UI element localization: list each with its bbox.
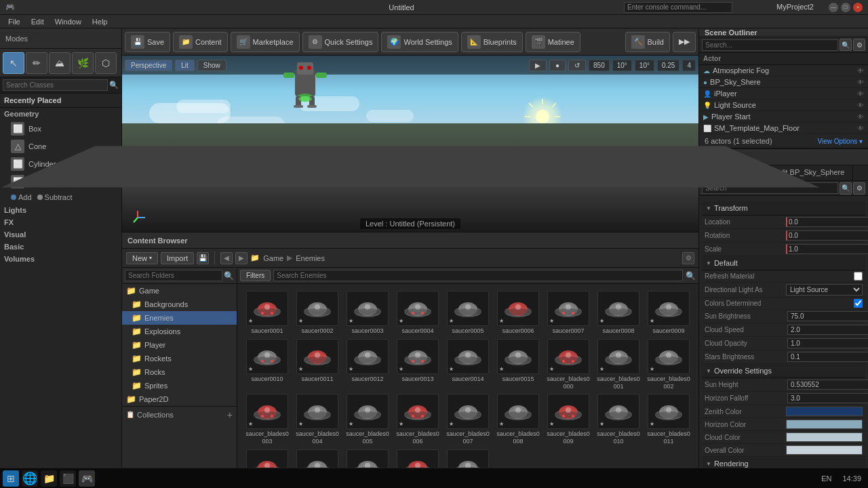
folder-paper2d[interactable]: 📁 Paper2D <box>122 392 237 406</box>
refresh-btn[interactable]: ↺ <box>568 60 586 71</box>
asset-item-saucer_blades0005[interactable]: ★ saucer_blades0005 <box>343 392 392 447</box>
asset-item-saucer0006[interactable]: ★ saucer0006 <box>494 289 542 336</box>
asset-item-saucer_blades0007[interactable]: ★ saucer_blades0007 <box>443 392 492 447</box>
asset-item-saucer_blades0011[interactable]: ★ saucer_blades0011 <box>644 392 693 447</box>
horizon-color-swatch[interactable] <box>786 420 863 429</box>
folder-rocks[interactable]: 📁 Rocks <box>122 365 237 379</box>
filters-button[interactable]: Filters <box>240 270 271 281</box>
colors-determined-checkbox[interactable] <box>854 299 863 308</box>
cb-settings-button[interactable]: ⚙ <box>682 252 694 264</box>
scale-x-input[interactable] <box>786 244 868 254</box>
default-section-header[interactable]: ▼ Default <box>702 256 865 270</box>
asset-item-saucer0013[interactable]: ★ saucer0013 <box>393 338 442 392</box>
outliner-settings-button[interactable]: ⚙ <box>853 39 865 51</box>
asset-item-saucer_blades0002[interactable]: ★ saucer_blades0002 <box>644 338 693 392</box>
rotation-x-input[interactable] <box>786 230 868 241</box>
subtract-button[interactable]: Subtract <box>37 193 73 201</box>
count-4[interactable]: 4 <box>682 60 696 71</box>
fog-eye-icon[interactable]: 👁 <box>857 67 864 75</box>
actor-sm-floor[interactable]: ⬜ SM_Template_Map_Floor 👁 <box>699 123 868 134</box>
actor-atmospheric-fog[interactable]: ☁ Atmospheric Fog 👁 <box>699 65 868 77</box>
light-eye-icon[interactable]: 👁 <box>857 102 864 109</box>
forward-button[interactable]: ▶ <box>235 252 248 264</box>
save-button[interactable]: 💾 Save <box>125 32 170 52</box>
asset-item-saucer0002[interactable]: ★ saucer0002 <box>293 289 342 336</box>
chrome-icon[interactable]: 🌐 <box>22 470 38 487</box>
outliner-search-input[interactable] <box>702 39 838 51</box>
asset-item-saucer0010[interactable]: ★ saucer0010 <box>243 338 292 392</box>
view-options-outliner-button[interactable]: View Options ▾ <box>817 138 863 145</box>
expand-button[interactable]: ▶▶ <box>673 32 696 52</box>
lights-section[interactable]: Lights <box>0 204 121 216</box>
perspective-button[interactable]: Perspective <box>125 60 172 71</box>
geometry-section[interactable]: Geometry <box>0 108 121 120</box>
breadcrumb-game[interactable]: Game <box>261 253 285 263</box>
blueprints-button[interactable]: 📐 Blueprints <box>461 32 523 52</box>
asset-item-saucer0008[interactable]: ★ saucer0008 <box>594 289 643 336</box>
content-button[interactable]: 📁 Content <box>173 32 228 52</box>
unreal-icon[interactable]: 🎮 <box>79 470 95 487</box>
transform-section-header[interactable]: ▼ Transform <box>702 201 865 216</box>
asset-item-saucer_blades0001[interactable]: ★ saucer_blades0001 <box>594 338 643 392</box>
scale-025[interactable]: 0.25 <box>657 60 679 71</box>
cloud-speed-input[interactable] <box>787 325 868 335</box>
landscape-tool[interactable]: ⛰ <box>49 52 71 74</box>
explorer-icon[interactable]: 📁 <box>41 470 57 487</box>
player-eye-icon[interactable]: 👁 <box>857 90 864 98</box>
search-classes-input[interactable] <box>3 79 108 91</box>
actor-bp-sky[interactable]: ● BP_Sky_Shere 👁 <box>699 77 868 88</box>
back-button[interactable]: ◀ <box>220 252 233 264</box>
asset-item-saucer_blades0008[interactable]: ★ saucer_blades0008 <box>494 392 542 447</box>
folder-rockets[interactable]: 📁 Rockets <box>122 352 237 365</box>
asset-item-saucer_blades0004[interactable]: ★ saucer_blades0004 <box>293 392 342 447</box>
collections-add-button[interactable]: + <box>227 409 233 420</box>
folder-backgrounds[interactable]: 📁 Backgrounds <box>122 298 237 311</box>
folder-explosions[interactable]: 📁 Explosions <box>122 325 237 338</box>
asset-item-saucer0014[interactable]: ★ saucer0014 <box>443 338 492 392</box>
folder-sprites[interactable]: 📁 Sprites <box>122 379 237 392</box>
save-all-button[interactable]: 💾 <box>197 252 209 264</box>
visual-section[interactable]: Visual <box>0 228 121 241</box>
box-item[interactable]: ⬜ Box <box>0 120 121 138</box>
stars-brightness-input[interactable] <box>787 352 868 362</box>
asset-item-saucer0011[interactable]: ★ saucer0011 <box>293 338 342 392</box>
actor-player-start[interactable]: ▶ Player Start 👁 <box>699 111 868 123</box>
horizon-falloff-input[interactable] <box>787 393 868 403</box>
asset-item-saucer0004[interactable]: ★ saucer0004 <box>393 289 442 336</box>
collections-footer[interactable]: 📋 Collections + <box>122 406 237 422</box>
start-button[interactable]: ⊞ <box>3 470 19 487</box>
player-start-eye-icon[interactable]: 👁 <box>857 113 864 121</box>
minimize-button[interactable]: — <box>829 3 838 12</box>
folder-enemies[interactable]: 📁 Enemies <box>122 311 237 325</box>
select-tool[interactable]: ↖ <box>3 52 24 74</box>
sky-eye-icon[interactable]: 👁 <box>857 79 864 86</box>
asset-item-saucer0015[interactable]: ★ saucer0015 <box>494 338 542 392</box>
angle-10-1[interactable]: 10° <box>612 60 632 71</box>
menu-window[interactable]: Window <box>50 18 87 26</box>
asset-item-saucer_blades0006[interactable]: ★ saucer_blades0006 <box>393 392 442 447</box>
asset-item-saucer0003[interactable]: ★ saucer0003 <box>343 289 392 336</box>
show-button[interactable]: Show <box>197 60 226 71</box>
asset-item-saucer_blades0000[interactable]: ★ saucer_blades0000 <box>544 338 593 392</box>
asset-item-saucer0012[interactable]: ★ saucer0012 <box>343 338 392 392</box>
override-section-header[interactable]: ▼ Override Settings <box>702 364 865 378</box>
maximize-button[interactable]: □ <box>841 3 850 12</box>
floor-eye-icon[interactable]: 👁 <box>857 125 864 132</box>
close-button[interactable]: × <box>853 3 863 12</box>
overall-color-swatch[interactable] <box>786 445 863 455</box>
basic-section[interactable]: Basic <box>0 241 121 253</box>
world-settings-button[interactable]: 🌍 World Settings <box>381 32 458 52</box>
zenith-color-swatch[interactable] <box>786 407 863 416</box>
cloud-opacity-input[interactable] <box>787 338 868 348</box>
paint-tool[interactable]: ✏ <box>26 52 47 74</box>
quick-settings-button[interactable]: ⚙ Quick Settings <box>302 32 379 52</box>
fx-section[interactable]: FX <box>0 216 121 228</box>
refresh-material-checkbox[interactable] <box>854 272 863 281</box>
marketplace-button[interactable]: 🛒 Marketplace <box>231 32 300 52</box>
asset-item-saucer0007[interactable]: ★ saucer0007 <box>544 289 593 336</box>
breadcrumb-enemies[interactable]: Enemies <box>294 253 327 263</box>
asset-item-saucer0005[interactable]: ★ saucer0005 <box>443 289 492 336</box>
folder-search-input[interactable] <box>125 270 222 281</box>
add-button[interactable]: Add <box>11 193 32 201</box>
location-x-input[interactable] <box>786 217 868 227</box>
